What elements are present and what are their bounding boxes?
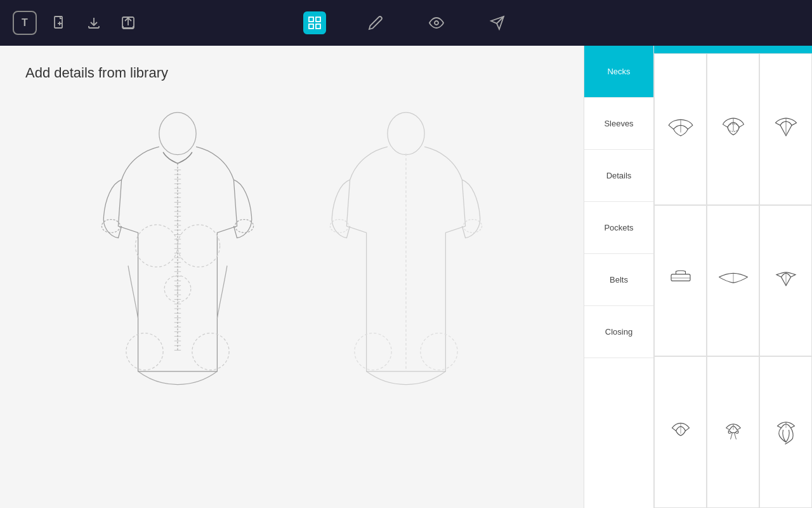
- collar-icon-9: [767, 417, 805, 448]
- category-belts-label: Belts: [610, 275, 628, 284]
- svg-rect-7: [316, 17, 320, 22]
- new-file-icon: [52, 15, 67, 30]
- right-panel: Necks Sleeves Details Pockets Belts Clos…: [584, 46, 812, 508]
- garment-container: T: [25, 94, 558, 424]
- page-title: Add details from library: [25, 65, 558, 81]
- svg-point-26: [421, 333, 457, 370]
- share-tool-button[interactable]: [486, 11, 509, 34]
- export-button[interactable]: [117, 11, 140, 34]
- collar-icon-3: [767, 113, 805, 145]
- toolbar: T: [0, 0, 812, 46]
- garment-back-svg: [311, 94, 501, 424]
- collar-item-5[interactable]: [707, 205, 759, 357]
- logo-text: T: [22, 17, 28, 29]
- collar-icon-6: [767, 265, 805, 297]
- collar-icon-7: [662, 417, 700, 448]
- collar-icon-4: [662, 265, 700, 297]
- svg-rect-6: [309, 17, 313, 22]
- svg-point-25: [355, 333, 391, 370]
- category-sleeves-label: Sleeves: [604, 119, 633, 128]
- category-pockets[interactable]: Pockets: [584, 202, 653, 254]
- garment-back: [311, 94, 501, 424]
- garment-front-svg: T: [82, 94, 273, 424]
- collar-icon-5: [714, 265, 752, 297]
- svg-point-16: [178, 225, 220, 267]
- logo-icon[interactable]: T: [13, 11, 37, 35]
- category-details[interactable]: Details: [584, 150, 653, 202]
- collar-item-3[interactable]: [759, 53, 812, 205]
- category-pockets-label: Pockets: [604, 223, 633, 232]
- svg-rect-30: [671, 274, 690, 281]
- import-button[interactable]: [82, 11, 105, 34]
- category-closing-label: Closing: [605, 327, 632, 337]
- main-content: Add details from library: [0, 46, 812, 508]
- garment-front: T: [82, 94, 273, 424]
- edit-tool-button[interactable]: [364, 11, 387, 34]
- svg-rect-8: [309, 24, 313, 29]
- collar-icon-1: [662, 113, 700, 145]
- category-sidebar: Necks Sleeves Details Pockets Belts Clos…: [584, 46, 654, 508]
- export-icon: [121, 15, 136, 30]
- collar-item-4[interactable]: [654, 205, 707, 357]
- grid-icon: [307, 15, 322, 30]
- collar-item-6[interactable]: [759, 205, 812, 357]
- preview-tool-button[interactable]: [425, 11, 448, 34]
- collar-item-9[interactable]: [759, 356, 812, 508]
- category-necks-label: Necks: [607, 67, 630, 76]
- svg-point-13: [159, 112, 196, 155]
- collar-item-7[interactable]: [654, 356, 707, 508]
- category-closing[interactable]: Closing: [584, 306, 653, 358]
- collar-icon-2: [714, 113, 752, 145]
- library-tool-button[interactable]: [303, 11, 326, 34]
- top-accent: [654, 46, 812, 53]
- category-belts[interactable]: Belts: [584, 254, 653, 306]
- collar-item-8[interactable]: [707, 356, 759, 508]
- svg-point-18: [192, 333, 229, 370]
- category-necks[interactable]: Necks: [584, 46, 653, 98]
- send-icon: [490, 15, 505, 30]
- eye-icon: [429, 15, 444, 30]
- svg-point-23: [388, 112, 424, 155]
- svg-text:T: T: [175, 285, 180, 294]
- import-icon: [86, 15, 102, 30]
- toolbar-center: [303, 11, 509, 34]
- svg-point-17: [126, 333, 163, 370]
- collar-icon-8: [714, 417, 752, 448]
- items-grid: [654, 53, 812, 508]
- pencil-icon: [368, 15, 383, 30]
- svg-rect-9: [316, 24, 320, 29]
- collar-item-1[interactable]: [654, 53, 707, 205]
- collar-item-2[interactable]: [707, 53, 759, 205]
- new-file-button[interactable]: [48, 11, 71, 34]
- svg-point-10: [435, 21, 438, 25]
- canvas-area: Add details from library: [0, 46, 584, 508]
- svg-point-15: [135, 225, 178, 267]
- items-grid-area: [654, 46, 812, 508]
- category-sleeves[interactable]: Sleeves: [584, 98, 653, 150]
- toolbar-left: T: [13, 11, 140, 35]
- category-details-label: Details: [606, 171, 632, 180]
